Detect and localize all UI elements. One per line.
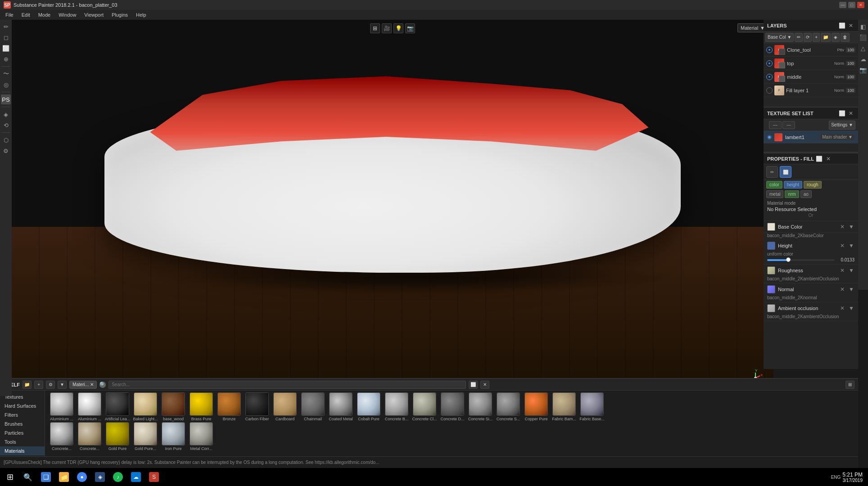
vp-icon-light[interactable]: 💡 [393,23,403,33]
texture-set-item-lambert1[interactable]: lambert1 Main shader ▼ [764,131,858,144]
texture-set-settings[interactable]: Settings ▼ [829,121,855,130]
shelf-filter-tag[interactable]: Materi... ✕ [69,381,97,389]
mat-item-r2-3[interactable]: Gold Pure... [132,422,158,451]
layers-delete-btn[interactable]: 🗑 [841,33,850,42]
close-button[interactable]: ✕ [857,2,864,8]
channel-ao[interactable]: ao [800,190,812,198]
rt-btn-1[interactable]: ◧ [858,22,868,32]
toolbar-erase[interactable]: ◻ [1,32,11,42]
mat-item-1[interactable]: Aluminium ... [77,392,103,421]
mat-item-10[interactable]: Coated Metal [328,392,354,421]
layer-item-middle[interactable]: ● M middle Norm 100 [764,70,858,84]
ao-swatch[interactable] [767,304,775,312]
mat-item-19[interactable]: Fabric Base... [579,392,605,421]
menu-help[interactable]: Help [132,11,150,18]
channel-metal[interactable]: metal [766,190,783,198]
ao-close[interactable]: ✕ [839,305,845,311]
shelf-settings-btn[interactable]: ⚙ [46,381,55,389]
toolbar-settings[interactable]: ⚙ [1,146,11,156]
shelf-cat-materials[interactable]: Materials [0,446,45,455]
height-slider[interactable] [767,259,835,261]
win-start-button[interactable]: ⊞ [2,469,18,485]
base-color-swatch[interactable] [767,223,775,231]
mat-item-r2-1[interactable]: Concrete... [77,422,103,451]
toolbar-clone[interactable]: ⊕ [1,54,11,64]
viewport[interactable]: Material ▼ ⊞ 🎥 💡 📷 X Y Z [12,20,773,396]
ts-shader-lambert1[interactable]: Main shader ▼ [820,134,854,140]
win-task-app7[interactable]: S [146,469,162,485]
roughness-close[interactable]: ✕ [839,267,845,274]
normal-swatch[interactable] [767,285,775,293]
maximize-button[interactable]: □ [848,2,855,8]
toolbar-fill[interactable]: ⬜ [1,43,11,53]
channel-nrm[interactable]: nrm [785,190,799,198]
channel-color[interactable]: color [766,181,782,189]
win-task-cortana[interactable]: ❑ [38,469,54,485]
mat-item-11[interactable]: Cobalt Pure [356,392,382,421]
mat-item-0[interactable]: Aluminium ... [49,392,75,421]
menu-file[interactable]: File [2,11,17,18]
layers-add-btn[interactable]: + [813,33,820,42]
mat-item-7[interactable]: Carbon Fiber [244,392,270,421]
mat-item-14[interactable]: Concrete D... [439,392,466,421]
layer-item-clone-tool[interactable]: ● C Clone_tool Pttv 100 [764,43,858,57]
mat-item-4[interactable]: base_wood [160,392,186,421]
shelf-close-btn[interactable]: ✕ [480,381,489,389]
shelf-cat-brushes[interactable]: Brushes [0,419,45,428]
menu-plugins[interactable]: Plugins [108,11,131,18]
shelf-cat-particles[interactable]: Particles [0,428,45,437]
layer-eye-middle[interactable]: ● [766,74,773,80]
normal-expand[interactable]: ▼ [848,286,854,292]
filter-tag-close[interactable]: ✕ [90,382,94,387]
shelf-grid-view-btn[interactable]: ⊞ [845,381,854,389]
layer-eye-clone[interactable]: ● [766,47,773,53]
mat-item-r2-4[interactable]: Iron Pure [160,422,186,451]
base-color-dropdown[interactable]: Base Col ▼ [765,33,794,42]
mat-item-r2-2[interactable]: Gold Pure [104,422,131,451]
mat-item-12[interactable]: Concrete B... [384,392,410,421]
shelf-folder-btn[interactable]: 📁 [23,381,32,389]
shelf-expand-btn[interactable]: ⬜ [469,381,478,389]
layer-item-fill1[interactable]: F Fill layer 1 Norm 100 [764,84,858,97]
texture-set-close-btn[interactable]: ✕ [847,110,854,117]
rt-btn-3[interactable]: △ [858,43,868,53]
shelf-cat-hard-surfaces[interactable]: Hard Surfaces [0,401,45,410]
texture-set-expand-btn[interactable]: ⬜ [838,110,845,117]
win-task-explorer[interactable]: 📁 [56,469,72,485]
vp-icon-camera[interactable]: 🎥 [382,23,392,33]
layer-eye-fill1[interactable] [766,87,773,94]
prop-icon-fill[interactable]: ⬜ [780,166,791,178]
normal-close[interactable]: ✕ [839,286,845,292]
menu-mode[interactable]: Mode [35,11,54,18]
mat-item-13[interactable]: Concrete Cl... [411,392,438,421]
ao-expand[interactable]: ▼ [848,305,854,311]
mat-item-15[interactable]: Concrete Si... [467,392,493,421]
shelf-filter-btn[interactable]: ▼ [58,381,67,389]
base-color-close[interactable]: ✕ [839,224,845,230]
roughness-swatch[interactable] [767,266,775,274]
layers-paint-btn[interactable]: ✏ [795,33,803,42]
layers-effect-btn[interactable]: ◈ [832,33,840,42]
mat-item-6[interactable]: Bronze [216,392,242,421]
shelf-cat-filters[interactable]: Filters [0,410,45,419]
mat-item-16[interactable]: Concrete S... [495,392,521,421]
menu-edit[interactable]: Edit [18,11,34,18]
mat-item-2[interactable]: Artificial Lea... [104,392,131,421]
layer-item-top[interactable]: ● T top Norm 100 [764,57,858,70]
ts-radio-lambert1[interactable] [767,135,772,140]
vp-icon-screenshot[interactable]: 📷 [405,23,415,33]
toolbar-smudge[interactable]: 〜 [1,69,11,79]
base-color-expand[interactable]: ▼ [848,224,854,230]
layer-eye-top[interactable]: ● [766,60,773,67]
win-task-app5[interactable]: ♪ [110,469,126,485]
layers-folder-btn[interactable]: 📁 [821,33,831,42]
toolbar-blur[interactable]: ◎ [1,80,11,90]
menu-window[interactable]: Window [55,11,80,18]
ts-tab-2[interactable]: — [782,121,795,129]
toolbar-transform[interactable]: ⟲ [1,120,11,130]
height-swatch[interactable] [767,242,775,250]
vp-icon-grid[interactable]: ⊞ [370,23,380,33]
height-close[interactable]: ✕ [839,243,845,249]
height-expand[interactable]: ▼ [848,243,854,249]
toolbar-bake[interactable]: ⬡ [1,135,11,145]
